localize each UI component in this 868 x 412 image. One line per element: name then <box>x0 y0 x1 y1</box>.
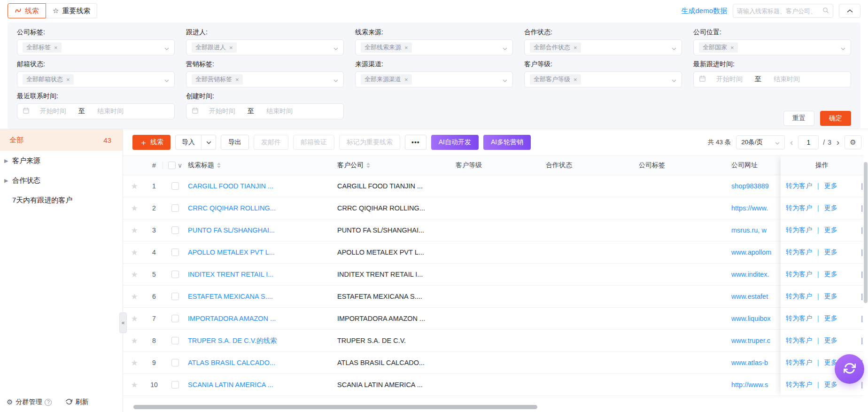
convert-to-customer-link[interactable]: 转为客户 <box>786 336 812 345</box>
row-checkbox[interactable] <box>171 271 179 278</box>
more-link[interactable]: 更多 <box>824 182 837 190</box>
tab-important-leads[interactable]: ☆ 重要线索 <box>46 3 97 18</box>
tab-leads[interactable]: 线索 <box>8 3 46 18</box>
lead-title-link[interactable]: PUNTO FA SL/SHANGHAI... <box>188 226 275 234</box>
reset-button[interactable]: 重置 <box>783 111 814 126</box>
convert-to-customer-link[interactable]: 转为客户 <box>786 226 812 234</box>
vertical-scrollbar[interactable] <box>863 155 868 412</box>
cooperation-status-select[interactable]: 全部合作状态× <box>524 39 682 55</box>
email-status-select[interactable]: 全部邮箱状态× <box>17 71 175 87</box>
row-checkbox[interactable] <box>171 293 179 300</box>
verify-email-button[interactable]: 邮箱验证 <box>293 135 334 150</box>
confirm-button[interactable]: 确定 <box>820 111 851 126</box>
clear-tag-icon[interactable]: × <box>229 44 233 51</box>
mark-important-button[interactable]: 标记为重要线索 <box>339 135 400 150</box>
send-email-button[interactable]: 发邮件 <box>254 135 288 150</box>
recent-contact-date-range[interactable]: 开始时间 至 结束时间 <box>17 103 175 119</box>
more-link[interactable]: 更多 <box>824 226 837 234</box>
convert-to-customer-link[interactable]: 转为客户 <box>786 358 812 367</box>
convert-to-customer-link[interactable]: 转为客户 <box>786 292 812 301</box>
next-page-icon[interactable]: › <box>836 138 840 148</box>
row-checkbox[interactable] <box>171 359 179 366</box>
row-checkbox[interactable] <box>171 381 179 389</box>
refresh-button[interactable]: 刷新 <box>66 398 88 406</box>
star-icon[interactable]: ★ <box>131 225 138 235</box>
lead-title-link[interactable]: TRUPER S.A. DE C.V.的线索 <box>188 337 277 344</box>
convert-to-customer-link[interactable]: 转为客户 <box>786 248 812 257</box>
lead-title-link[interactable]: ATLAS BRASIL CALCADO... <box>188 359 275 366</box>
website-link[interactable]: http://www.s <box>731 381 768 389</box>
marketing-tag-select[interactable]: 全部营销标签× <box>186 71 344 87</box>
ai-auto-develop-button[interactable]: AI自动开发 <box>431 135 479 150</box>
more-link[interactable]: 更多 <box>824 292 837 301</box>
website-link[interactable]: www.estafet <box>731 293 768 300</box>
lead-title-link[interactable]: APOLLO METALEX PVT L... <box>188 249 275 256</box>
convert-to-customer-link[interactable]: 转为客户 <box>786 204 812 212</box>
export-button[interactable]: 导出 <box>221 135 249 150</box>
sidebar-collapse-handle[interactable]: « <box>119 312 127 333</box>
website-link[interactable]: www.atlas-b <box>731 359 768 366</box>
add-lead-button[interactable]: ＋ 线索 <box>132 135 170 150</box>
latest-follow-up-date-range[interactable]: 开始时间 至 结束时间 <box>693 71 851 87</box>
more-link[interactable]: 更多 <box>824 248 837 257</box>
collapse-filters-button[interactable] <box>839 4 860 18</box>
group-manage-button[interactable]: ⚙ 分群管理 ? <box>7 398 52 406</box>
row-checkbox[interactable] <box>171 182 179 190</box>
floating-sync-button[interactable] <box>835 354 864 384</box>
star-icon[interactable]: ★ <box>131 292 138 302</box>
website-link[interactable]: www.apollom <box>731 249 771 256</box>
sidebar-item-customer-source[interactable]: ▶ 客户来源 <box>0 151 123 171</box>
more-actions-button[interactable]: ••• <box>405 135 426 150</box>
customer-level-select[interactable]: 全部客户等级× <box>524 71 682 87</box>
star-icon[interactable]: ★ <box>131 181 138 191</box>
star-icon[interactable]: ★ <box>131 358 138 368</box>
convert-to-customer-link[interactable]: 转为客户 <box>786 182 812 190</box>
website-link[interactable]: www.truper.c <box>731 337 770 344</box>
sidebar-item-cooperation-status[interactable]: ▶ 合作状态 <box>0 171 123 190</box>
select-all-checkbox[interactable] <box>168 162 176 169</box>
lead-title-link[interactable]: SCANIA LATIN AMERICA ... <box>188 381 273 389</box>
lead-title-link[interactable]: IMPORTADORA AMAZON ... <box>188 315 276 322</box>
website-link[interactable]: www.inditex. <box>731 271 769 278</box>
star-icon[interactable]: ★ <box>131 336 138 346</box>
star-icon[interactable]: ★ <box>131 203 138 213</box>
more-link[interactable]: 更多 <box>824 381 837 389</box>
sidebar-item-recent-follow-up[interactable]: 7天内有跟进的客户 <box>0 190 123 210</box>
source-channel-select[interactable]: 全部来源渠道× <box>355 71 513 87</box>
lead-source-select[interactable]: 全部线索来源× <box>355 39 513 55</box>
ai-multi-marketing-button[interactable]: AI多轮营销 <box>483 135 531 150</box>
convert-to-customer-link[interactable]: 转为客户 <box>786 381 812 389</box>
company-tag-select[interactable]: 全部标签× <box>17 39 175 55</box>
star-icon[interactable]: ★ <box>131 270 138 280</box>
lead-title-link[interactable]: INDITEX TRENT RETAIL I... <box>188 271 273 278</box>
clear-tag-icon[interactable]: × <box>574 44 577 51</box>
lead-title-link[interactable]: ESTAFETA MEXICANA S.... <box>188 293 273 300</box>
website-link[interactable]: msrus.ru, w <box>731 226 767 234</box>
sort-icon[interactable] <box>366 163 370 168</box>
sort-icon[interactable] <box>217 163 221 168</box>
scrollbar-thumb[interactable] <box>864 162 868 303</box>
clear-tag-icon[interactable]: × <box>235 76 239 83</box>
chevron-down-icon[interactable]: ∨ <box>178 162 182 169</box>
prev-page-icon[interactable]: ‹ <box>789 138 794 148</box>
convert-to-customer-link[interactable]: 转为客户 <box>786 270 812 279</box>
website-link[interactable]: shop983889 <box>731 182 769 190</box>
clear-tag-icon[interactable]: × <box>404 44 408 51</box>
star-icon[interactable]: ★ <box>131 380 138 390</box>
row-checkbox[interactable] <box>171 226 179 234</box>
lead-title-link[interactable]: CRRC QIQIHAR ROLLING... <box>188 204 276 212</box>
horizontal-scrollbar-thumb[interactable] <box>133 405 537 409</box>
help-icon[interactable]: ? <box>45 399 52 406</box>
clear-tag-icon[interactable]: × <box>66 76 70 83</box>
star-icon[interactable]: ★ <box>131 314 138 324</box>
import-button[interactable]: 导入 <box>175 135 216 150</box>
generate-demo-link[interactable]: 生成demo数据 <box>681 7 727 16</box>
lead-title-link[interactable]: CARGILL FOOD TIANJIN ... <box>188 182 273 190</box>
row-checkbox[interactable] <box>171 337 179 344</box>
convert-to-customer-link[interactable]: 转为客户 <box>786 314 812 323</box>
clear-tag-icon[interactable]: × <box>730 44 734 51</box>
page-size-select[interactable]: 20条/页 <box>736 135 785 149</box>
sidebar-item-all[interactable]: 全部 43 <box>0 129 123 151</box>
website-link[interactable]: https://www. <box>731 204 768 212</box>
create-time-date-range[interactable]: 开始时间 至 结束时间 <box>186 103 344 119</box>
